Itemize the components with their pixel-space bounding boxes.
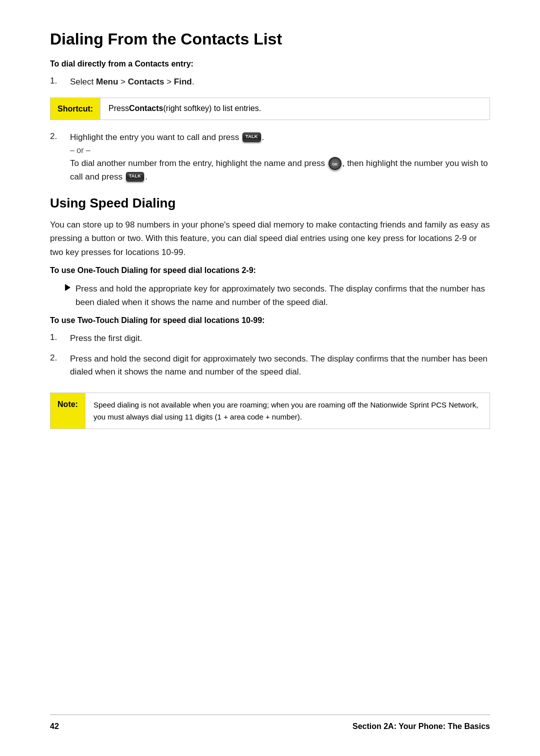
or-line: – or – xyxy=(70,146,90,154)
two-touch-step-2-content: Press and hold the second digit for appr… xyxy=(70,352,490,379)
shortcut-text: Press Contacts (right softkey) to list e… xyxy=(100,98,269,119)
one-touch-bullet-text: Press and hold the appropriate key for a… xyxy=(76,282,490,309)
page-content: Dialing From the Contacts List To dial d… xyxy=(0,0,540,483)
shortcut-label: Shortcut: xyxy=(50,98,100,119)
page-title: Dialing From the Contacts List xyxy=(50,30,490,48)
talk-button-icon-2: TALK xyxy=(126,172,144,182)
step-1: 1. Select Menu > Contacts > Find. xyxy=(50,76,490,88)
two-touch-step-1: 1. Press the first digit. xyxy=(50,332,490,345)
step-2-num: 2. xyxy=(50,131,70,142)
step-2: 2. Highlight the entry you want to call … xyxy=(50,131,490,184)
find-bold: Find xyxy=(174,77,192,86)
two-touch-step-2: 2. Press and hold the second digit for a… xyxy=(50,352,490,379)
footer: 42 Section 2A: Your Phone: The Basics xyxy=(50,714,490,731)
footer-page-num: 42 xyxy=(50,722,59,731)
two-touch-step-2-num: 2. xyxy=(50,352,70,363)
one-touch-bullet-item: Press and hold the appropriate key for a… xyxy=(50,282,490,309)
step-1-content: Select Menu > Contacts > Find. xyxy=(70,76,490,88)
nav-ok-button-icon: OK xyxy=(328,157,342,170)
contacts-bold: Contacts xyxy=(128,77,164,86)
two-touch-title: To use Two-Touch Dialing for speed dial … xyxy=(50,316,490,325)
note-text: Speed dialing is not available when you … xyxy=(86,393,490,428)
section2-title: Using Speed Dialing xyxy=(50,196,490,211)
two-touch-step-1-content: Press the first digit. xyxy=(70,332,490,345)
section-subtitle: To dial directly from a Contacts entry: xyxy=(50,60,490,68)
talk-button-icon-1: TALK xyxy=(242,132,261,142)
shortcut-contacts-bold: Contacts xyxy=(129,103,163,114)
step-2-content: Highlight the entry you want to call and… xyxy=(70,131,490,184)
note-box: Note: Speed dialing is not available whe… xyxy=(50,392,490,429)
shortcut-box: Shortcut: Press Contacts (right softkey)… xyxy=(50,98,490,120)
bullet-arrow-icon xyxy=(65,284,70,291)
menu-bold: Menu xyxy=(96,77,118,86)
step-1-num: 1. xyxy=(50,76,70,86)
footer-section: Section 2A: Your Phone: The Basics xyxy=(352,722,490,731)
section2-body: You can store up to 98 numbers in your p… xyxy=(50,218,490,259)
note-label: Note: xyxy=(50,393,86,428)
two-touch-step-1-num: 1. xyxy=(50,332,70,342)
one-touch-title: To use One-Touch Dialing for speed dial … xyxy=(50,266,490,275)
